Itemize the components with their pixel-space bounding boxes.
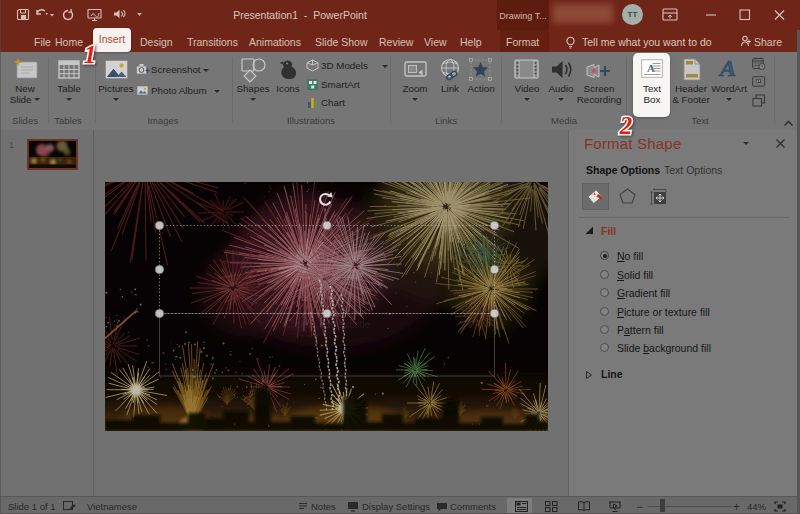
svg-text:Click to add subtitle: Click to add subtitle (284, 319, 371, 330)
svg-text:2: 2 (619, 112, 633, 139)
svg-text:A: A (718, 57, 736, 81)
svg-text:1: 1 (84, 41, 97, 68)
